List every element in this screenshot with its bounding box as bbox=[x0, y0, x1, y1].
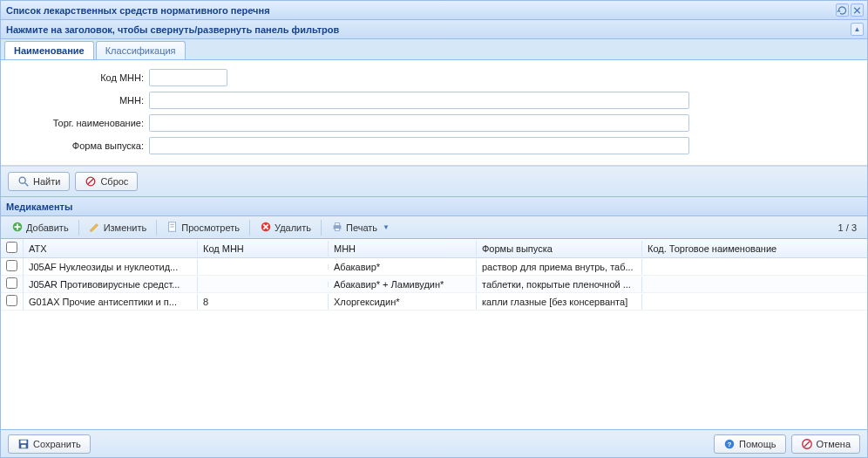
cancel-icon bbox=[801, 438, 813, 450]
input-release-form[interactable] bbox=[149, 137, 689, 154]
grid-toolbar: Добавить Изменить Просмотреть Удалить bbox=[1, 216, 867, 239]
label-code-mnn: Код МНН: bbox=[10, 72, 149, 83]
reset-button[interactable]: Сброс bbox=[75, 172, 138, 191]
edit-button[interactable]: Изменить bbox=[84, 219, 153, 236]
select-all-checkbox[interactable] bbox=[6, 242, 17, 253]
delete-button[interactable]: Удалить bbox=[254, 219, 316, 236]
help-icon: ? bbox=[723, 438, 736, 450]
separator bbox=[78, 220, 79, 236]
svg-rect-14 bbox=[21, 444, 25, 448]
separator bbox=[249, 220, 250, 236]
tab-name[interactable]: Наименование bbox=[4, 41, 94, 59]
separator bbox=[321, 220, 322, 236]
cell-atc: J05AR Противовирусные средст... bbox=[24, 277, 198, 292]
cell-atc: G01AX Прочие антисептики и п... bbox=[24, 294, 198, 310]
separator bbox=[156, 220, 157, 236]
app-window: Список лекарственных средств нормативног… bbox=[0, 0, 868, 458]
grid-body[interactable]: J05AF Нуклеозиды и нуклеотид... Абакавир… bbox=[1, 258, 867, 429]
cancel-label: Отмена bbox=[817, 439, 851, 449]
svg-line-3 bbox=[88, 179, 93, 184]
filter-panel-header[interactable]: Нажмите на заголовок, чтобы свернуть/раз… bbox=[1, 20, 867, 39]
plus-icon bbox=[11, 221, 24, 235]
row-checkbox[interactable] bbox=[6, 295, 17, 306]
cell-code bbox=[198, 264, 329, 270]
refresh-icon[interactable] bbox=[836, 3, 849, 17]
bottom-bar: Сохранить ? Помощь Отмена bbox=[1, 429, 867, 457]
paging-text: 1 / 3 bbox=[838, 222, 862, 233]
filter-form: Код МНН: МНН: Торг. наименование: Форма … bbox=[1, 60, 867, 166]
cell-mnn: Абакавир* + Ламивудин* bbox=[329, 277, 477, 292]
delete-icon bbox=[260, 221, 272, 235]
svg-text:?: ? bbox=[728, 440, 732, 448]
reset-icon bbox=[85, 175, 97, 188]
delete-label: Удалить bbox=[275, 222, 311, 233]
printer-icon bbox=[331, 221, 343, 235]
reset-button-label: Сброс bbox=[100, 176, 128, 187]
cell-code bbox=[198, 282, 329, 287]
grid-header: АТХ Код МНН МНН Формы выпуска Код. Торго… bbox=[1, 239, 867, 258]
col-release-form[interactable]: Формы выпуска bbox=[477, 241, 642, 256]
cell-mnn: Абакавир* bbox=[329, 259, 477, 275]
search-icon bbox=[17, 175, 30, 188]
cancel-button[interactable]: Отмена bbox=[791, 434, 860, 454]
input-trade-name[interactable] bbox=[149, 114, 689, 132]
label-release-form: Форма выпуска: bbox=[10, 140, 149, 151]
find-button-label: Найти bbox=[33, 176, 60, 187]
chevron-down-icon: ▼ bbox=[383, 223, 390, 231]
add-button[interactable]: Добавить bbox=[6, 219, 74, 236]
edit-label: Изменить bbox=[104, 222, 147, 233]
cell-atc: J05AF Нуклеозиды и нуклеотид... bbox=[24, 259, 198, 275]
cell-trade bbox=[642, 264, 867, 270]
table-row[interactable]: J05AF Нуклеозиды и нуклеотид... Абакавир… bbox=[1, 258, 867, 276]
input-mnn[interactable] bbox=[149, 92, 689, 109]
svg-line-18 bbox=[804, 441, 809, 446]
view-button[interactable]: Просмотреть bbox=[161, 219, 245, 236]
print-button[interactable]: Печать ▼ bbox=[326, 219, 395, 236]
svg-line-1 bbox=[25, 183, 29, 187]
table-row[interactable]: J05AR Противовирусные средст... Абакавир… bbox=[1, 276, 867, 293]
svg-rect-13 bbox=[21, 440, 27, 443]
find-button[interactable]: Найти bbox=[8, 172, 70, 191]
help-label: Помощь bbox=[739, 439, 776, 449]
row-checkbox[interactable] bbox=[6, 277, 17, 289]
label-trade-name: Торг. наименование: bbox=[10, 118, 149, 128]
print-label: Печать bbox=[346, 222, 377, 233]
document-icon bbox=[166, 221, 179, 235]
save-label: Сохранить bbox=[33, 439, 81, 449]
titlebar: Список лекарственных средств нормативног… bbox=[1, 1, 867, 20]
svg-point-0 bbox=[19, 177, 25, 183]
col-mnn[interactable]: МНН bbox=[329, 241, 477, 256]
row-checkbox[interactable] bbox=[6, 260, 17, 271]
collapse-icon[interactable]: ▲ bbox=[851, 23, 864, 36]
add-label: Добавить bbox=[26, 222, 69, 233]
label-mnn: МНН: bbox=[10, 95, 149, 106]
cell-trade bbox=[642, 299, 867, 304]
save-icon bbox=[17, 438, 30, 450]
cell-code: 8 bbox=[198, 294, 329, 310]
close-icon[interactable] bbox=[851, 3, 864, 17]
col-trade[interactable]: Код. Торговое наименование bbox=[642, 241, 867, 256]
filter-tabs: Наименование Классификация bbox=[1, 39, 867, 60]
pencil-icon bbox=[89, 221, 101, 235]
view-label: Просмотреть bbox=[181, 222, 240, 233]
input-code-mnn[interactable] bbox=[149, 69, 227, 86]
cell-mnn: Хлоргексидин* bbox=[329, 294, 477, 310]
filter-buttons: Найти Сброс bbox=[1, 166, 867, 197]
col-atc[interactable]: АТХ bbox=[24, 241, 198, 256]
grid-title: Медикаменты bbox=[1, 197, 867, 216]
help-button[interactable]: ? Помощь bbox=[714, 434, 786, 454]
table-row[interactable]: G01AX Прочие антисептики и п... 8 Хлорге… bbox=[1, 293, 867, 311]
col-code-mnn[interactable]: Код МНН bbox=[198, 241, 329, 256]
cell-form: раствор для приема внутрь, таб... bbox=[477, 259, 642, 275]
svg-rect-10 bbox=[335, 222, 339, 225]
svg-rect-11 bbox=[335, 228, 339, 230]
cell-trade bbox=[642, 282, 867, 287]
cell-form: таблетки, покрытые пленочной ... bbox=[477, 277, 642, 292]
filter-panel-title: Нажмите на заголовок, чтобы свернуть/раз… bbox=[6, 24, 339, 35]
window-title: Список лекарственных средств нормативног… bbox=[6, 5, 270, 16]
tab-classification[interactable]: Классификация bbox=[96, 41, 186, 59]
save-button[interactable]: Сохранить bbox=[8, 434, 91, 454]
cell-form: капли глазные [без консерванта] bbox=[477, 294, 642, 310]
